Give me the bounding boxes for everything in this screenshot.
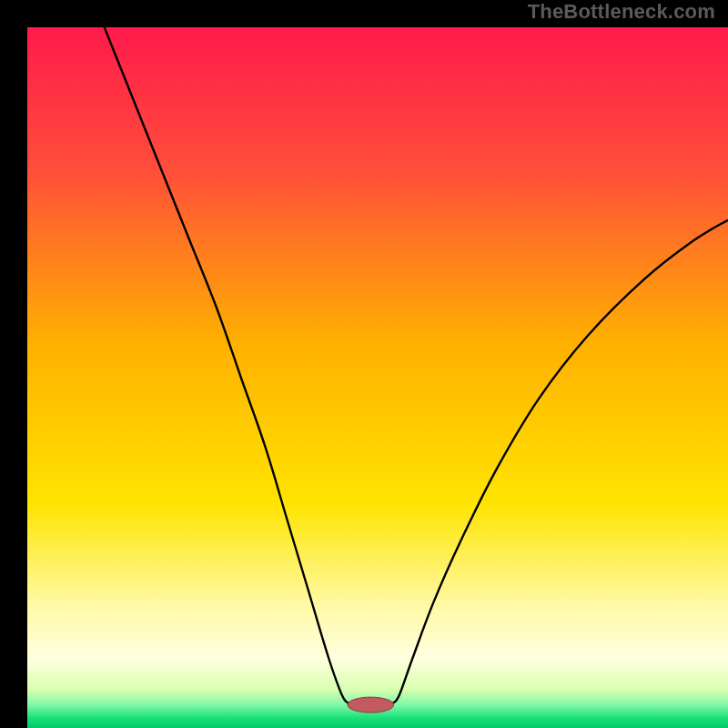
watermark-text: TheBottleneck.com [528,0,715,24]
chart-frame [14,14,714,714]
bottleneck-marker [348,697,394,713]
chart-svg [27,27,728,728]
gradient-background [27,27,728,728]
